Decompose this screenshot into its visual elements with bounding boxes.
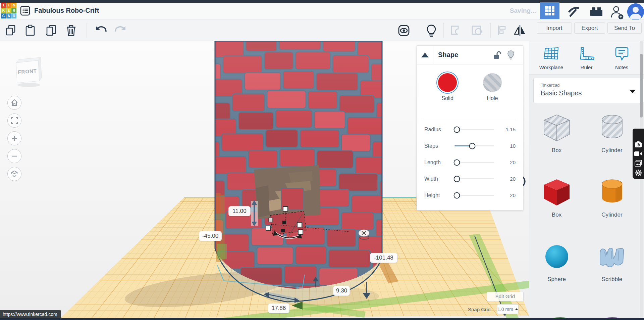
radius-slider[interactable] [454,129,494,130]
undo-icon[interactable] [95,24,107,36]
slider-knob[interactable] [454,159,460,166]
slider-knob[interactable] [454,176,460,182]
notes-tool[interactable]: Notes [605,41,639,74]
lego-brick-icon[interactable] [589,5,604,18]
slider-knob[interactable] [469,143,476,149]
ruler-icon [578,46,595,61]
zoom-in-button[interactable] [7,131,21,145]
snap-grid-value: 1.0 mm [497,307,513,312]
measurement-label[interactable]: -101.48 [370,253,397,263]
logo-tile: A [6,13,11,18]
workplane-tool[interactable]: Workplane [535,41,568,74]
shape-item-hole-cylinder[interactable]: Cylinder [584,107,640,170]
ruler-tool[interactable]: Ruler [570,41,603,74]
unlock-icon[interactable] [493,51,501,59]
view-cube[interactable]: FRONT [13,55,45,88]
lightbulb-toolbar-icon[interactable] [425,24,438,36]
collapse-panel-button[interactable] [417,46,433,64]
toolbar-separator [490,23,491,38]
measurement-label[interactable]: 17.86 [268,303,289,313]
toolbar-separator [87,23,87,38]
shape-library-dropdown[interactable]: Tinkercad Basic Shapes [533,78,644,103]
window-bottom-strip [0,318,644,320]
snap-grid-select[interactable]: 1.0 mm [497,304,519,314]
shape-visibility-bulb-icon[interactable] [507,50,516,60]
logo-tile: T [1,3,6,8]
screenshot-camera-icon[interactable] [634,140,642,148]
perspective-toggle-button[interactable] [7,167,21,181]
delete-icon[interactable] [65,24,78,36]
edit-grid-button[interactable]: Edit Grid [487,292,524,301]
shapes-sidebar: Workplane Ruler Notes Tinkercad Basic Sh… [529,41,644,320]
panel-divider [424,119,516,119]
shape-inspector-panel: Shape Solid Hole Radius 1.15 Steps 10 Le… [417,45,523,211]
snap-grid-label: Snap Grid [468,307,491,312]
saving-status: Saving... [510,7,536,14]
dashboard-grid-button[interactable] [540,2,559,19]
shape-panel-title: Shape [438,51,458,59]
solid-option[interactable]: Solid [435,73,460,119]
settings-gear-icon[interactable] [634,169,642,177]
slider-knob[interactable] [454,192,460,198]
app-header: T I N K E R C A D Fabulous Robo-Crift Sa… [0,3,644,19]
notes-icon [614,46,630,61]
logo-tile: E [6,8,11,13]
height-slider[interactable] [454,195,494,196]
measurement-label[interactable]: -45.00 [199,231,222,241]
send-to-button[interactable]: Send To [607,22,642,34]
logo-tile: K [1,8,6,13]
copy-icon[interactable] [5,24,17,36]
chevron-down-icon [630,90,636,93]
shape-gallery: Box Cylinder Box Cylinder [529,107,640,299]
param-row-length: Length 20 [417,154,523,171]
selection-ghost-cylinder [215,41,382,302]
fit-view-button[interactable] [7,113,21,128]
sidebar-scrollbar-thumb[interactable] [640,54,643,118]
import-button[interactable]: Import [537,22,572,34]
toolbar-separator [443,23,444,38]
hole-swatch[interactable] [483,73,502,92]
workplane-icon [543,46,560,61]
user-avatar[interactable] [627,3,644,20]
width-slider[interactable] [454,178,494,179]
minecraft-export-icon[interactable] [567,5,582,18]
shape-item-red-box[interactable]: Box [529,171,584,234]
edit-toolbar: Import Export Send To [0,19,644,41]
shape-item-scribble[interactable]: Scribble [584,236,640,299]
logo-tile: C [1,13,6,18]
group-icon [449,24,462,36]
measurement-label[interactable]: 9.30 [333,286,350,296]
shape-item-orange-cylinder[interactable]: Cylinder [584,171,640,234]
mirror-icon[interactable] [513,24,526,36]
zoom-out-button[interactable] [7,149,21,163]
redo-icon[interactable] [114,24,127,36]
measurement-label[interactable]: 11.00 [228,206,251,216]
video-record-icon[interactable] [634,150,642,158]
logo-tile: R [11,8,16,13]
param-row-height: Height 20 [417,187,523,203]
caret-up-icon [515,308,518,310]
solid-color-swatch[interactable] [438,73,457,92]
design-properties-icon[interactable] [20,6,30,16]
tinkercad-logo[interactable]: T I N K E R C A D [1,3,16,18]
slider-knob[interactable] [454,126,460,133]
logo-tile: I [6,3,11,8]
length-slider[interactable] [454,162,494,163]
design-title[interactable]: Fabulous Robo-Crift [34,7,99,14]
steps-slider[interactable] [454,145,494,146]
hole-option[interactable]: Hole [480,73,504,119]
image-gallery-icon[interactable] [634,159,642,167]
browser-status-url: https://www.tinkercad.com [0,310,61,319]
logo-tile: D [11,13,16,18]
paste-icon[interactable] [24,24,37,36]
duplicate-icon[interactable] [44,24,57,36]
show-all-icon[interactable] [397,24,410,36]
shape-panel-header: Shape [417,46,523,64]
home-view-button[interactable] [7,96,21,110]
ungroup-icon [470,24,483,36]
invite-person-icon[interactable] [610,5,625,18]
export-button[interactable]: Export [574,22,605,34]
shape-item-sphere[interactable]: Sphere [529,236,584,299]
shape-item-hole-box[interactable]: Box [529,107,584,170]
sidebar-tools: Workplane Ruler Notes [529,41,644,75]
